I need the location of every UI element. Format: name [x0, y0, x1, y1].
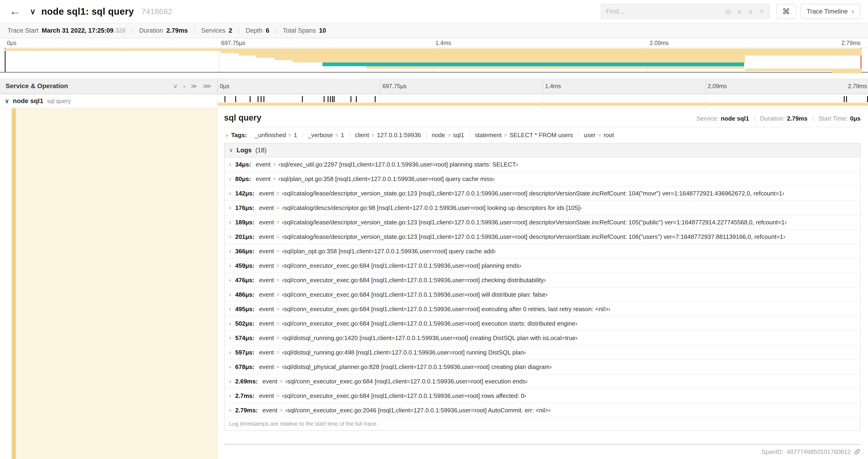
tag-equals: = — [335, 132, 339, 138]
ruler-tick-label: 0μs — [220, 83, 229, 90]
tag-value: 1 — [294, 132, 297, 138]
log-marker-tick — [235, 96, 236, 102]
span-row-track[interactable] — [217, 94, 868, 108]
log-field-key: event — [259, 190, 274, 197]
log-row[interactable]: ›189μs:event=‹sql/catalog/lease/descript… — [224, 215, 860, 230]
log-equals: = — [276, 233, 280, 240]
tag-key: client — [355, 132, 369, 138]
log-row[interactable]: ›597μs:event=‹sql/distsql_running.go:498… — [224, 346, 860, 360]
tag-item: user=root — [578, 132, 619, 139]
minimap-span-bar — [322, 63, 744, 66]
chevron-right-icon: › — [229, 161, 231, 168]
log-row[interactable]: ›2.79ms:event=‹sql/conn_executor_exec.go… — [224, 403, 860, 418]
log-row[interactable]: ›176μs:event=‹sql/catalog/descs/descript… — [224, 201, 860, 215]
trace-stat-value: 6 — [266, 28, 269, 34]
log-marker-tick — [264, 96, 265, 102]
minimap-span-bar — [239, 53, 862, 56]
service-operation-label: Service & Operation — [6, 82, 68, 90]
log-marker-tick — [302, 96, 303, 102]
trace-timeline-page: ← ∨ node sql1: sql query 7418682 ◎ ∧ ∨ ×… — [0, 0, 868, 459]
log-row[interactable]: ›142μs:event=‹sql/catalog/lease/descript… — [224, 186, 860, 201]
log-row[interactable]: ›2.69ms:event=‹sql/conn_executor_exec.go… — [224, 374, 860, 389]
collapse-one-chevron-down-icon[interactable]: ∨ — [173, 83, 178, 90]
search-locate-icon[interactable]: ◎ — [723, 8, 734, 15]
log-row[interactable]: ›201μs:event=‹sql/catalog/lease/descript… — [224, 230, 860, 244]
tags-row[interactable]: › Tags: _unfinished=1_verbose=1client=12… — [224, 127, 861, 143]
ruler-tick-label: 2.79ms — [848, 83, 867, 90]
tag-item: _verbose=1 — [302, 132, 349, 139]
gridline — [380, 94, 380, 108]
service-value: node sql1 — [721, 115, 749, 122]
log-timestamp: 459μs: — [235, 262, 254, 269]
logs-note: Log timestamps are relative to the start… — [224, 418, 860, 430]
clear-search-close-icon[interactable]: × — [756, 8, 768, 15]
timeline-header: Service & Operation ∨ › ≫ ⋙ 0μs697.75μs1… — [0, 78, 868, 94]
log-row[interactable]: ›459μs:event=‹sql/conn_executor_exec.go:… — [224, 259, 860, 273]
timeline-ruler: 0μs697.75μs1.4ms2.09ms2.79ms — [217, 78, 868, 94]
log-message: ‹sql/exec_util.go:2297 [nsql1,client=127… — [279, 161, 518, 168]
log-row[interactable]: ›34μs:event=‹sql/exec_util.go:2297 [nsql… — [224, 157, 860, 172]
chevron-right-icon: › — [226, 132, 228, 139]
next-match-chevron-down-icon[interactable]: ∨ — [745, 8, 756, 15]
chevron-right-icon: › — [229, 233, 231, 240]
tag-item: client=127.0.0.1:59936 — [349, 132, 426, 139]
log-timestamp: 486μs: — [235, 291, 254, 298]
expand-all-triple-chevron-icon[interactable]: ⋙ — [203, 83, 211, 90]
log-message: ‹sql/plan_opt.go:358 [nsql1,client=127.0… — [279, 175, 495, 183]
expand-one-chevron-right-icon[interactable]: › — [183, 83, 185, 90]
duration-label: Duration: — [760, 115, 785, 122]
log-row[interactable]: ›495μs:event=‹sql/conn_executor_exec.go:… — [224, 302, 860, 317]
log-equals: = — [276, 262, 280, 269]
span-tree-toggle-icon[interactable]: ∨ — [5, 97, 9, 105]
log-row[interactable]: ›574μs:event=‹sql/distsql_running.go:142… — [224, 331, 860, 346]
back-arrow-icon: ← — [9, 5, 21, 17]
log-row[interactable]: ›366μs:event=‹sql/plan_opt.go:358 [nsql1… — [224, 244, 860, 259]
tag-equals: = — [598, 132, 601, 138]
log-equals: = — [276, 219, 280, 226]
log-row[interactable]: ›486μs:event=‹sql/conn_executor_exec.go:… — [224, 288, 860, 302]
chevron-right-icon: › — [229, 277, 231, 283]
link-icon[interactable] — [854, 449, 861, 455]
log-message: ‹sql/catalog/lease/descriptor_version_st… — [282, 233, 785, 240]
log-row[interactable]: ›502μs:event=‹sql/conn_executor_exec.go:… — [224, 317, 860, 331]
find-input[interactable] — [606, 5, 723, 18]
minimap-left-handle[interactable] — [5, 48, 6, 72]
gridline — [380, 78, 380, 94]
tag-equals: = — [504, 132, 507, 138]
log-equals: = — [276, 291, 280, 298]
minimap-span-bar — [5, 48, 862, 51]
timeline-minimap[interactable]: 0μs697.75μs1.4ms2.09ms2.79ms — [0, 38, 868, 73]
prev-match-chevron-up-icon[interactable]: ∧ — [734, 8, 745, 15]
keyboard-shortcuts-button[interactable]: ⌘ — [776, 4, 796, 19]
span-detail-meta: Service: node sql1 | Duration: 2.79ms | … — [696, 115, 861, 122]
log-row[interactable]: ›678μs:event=‹sql/distsql_physical_plann… — [224, 360, 860, 374]
trace-view-dropdown[interactable]: Trace Timeline ∨ — [801, 4, 861, 19]
minimap-canvas[interactable] — [0, 47, 868, 73]
log-marker-tick — [260, 96, 261, 102]
chevron-right-icon: › — [229, 248, 231, 255]
chevron-right-icon: › — [229, 190, 231, 197]
log-row[interactable]: ›80μs:event=‹sql/plan_opt.go:358 [nsql1,… — [224, 172, 860, 186]
span-row-name-cell[interactable]: ∨ node sql1 sql query — [0, 94, 217, 108]
back-button[interactable]: ← — [7, 5, 24, 19]
logs-header[interactable]: ∨ Logs (18) — [224, 143, 860, 157]
trace-page-header: ← ∨ node sql1: sql query 7418682 ◎ ∧ ∨ ×… — [0, 0, 868, 23]
trace-title-chevron-icon[interactable]: ∨ — [29, 7, 37, 16]
trace-stat-label: Depth — [246, 28, 262, 34]
gridline — [219, 48, 219, 72]
collapse-all-double-chevron-icon[interactable]: ≫ — [191, 83, 197, 90]
log-timestamp: 176μs: — [235, 204, 254, 211]
tag-key: _unfinished — [255, 132, 286, 138]
log-equals: = — [276, 248, 280, 255]
log-row[interactable]: ›476μs:event=‹sql/conn_executor_exec.go:… — [224, 273, 860, 288]
tag-item: _unfinished=1 — [250, 132, 302, 139]
log-row[interactable]: ›2.7ms:event=‹sql/conn_executor_exec.go:… — [224, 389, 860, 403]
trace-stat: Services2 — [194, 28, 239, 34]
log-marker-tick — [350, 96, 351, 102]
trace-stat-label: Services — [201, 28, 225, 34]
minimap-span-bar — [292, 60, 745, 63]
command-icon: ⌘ — [782, 7, 790, 16]
span-detail-header: sql query Service: node sql1 | Duration:… — [224, 113, 861, 127]
minimap-canvas-inner — [5, 48, 862, 72]
tag-value: 127.0.0.1:59936 — [377, 132, 421, 138]
